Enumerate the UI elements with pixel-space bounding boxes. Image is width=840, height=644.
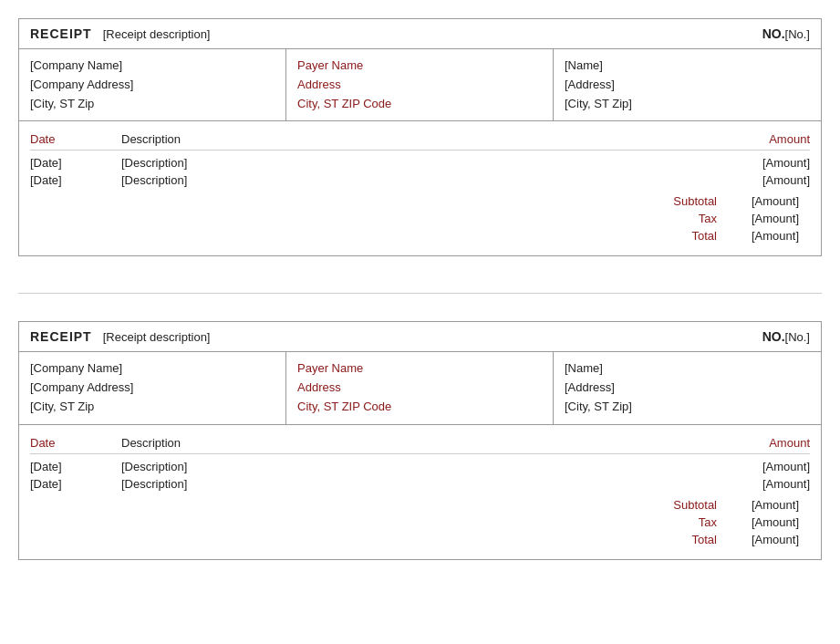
page-wrapper: RECEIPT [Receipt description] NO. [No.] …	[18, 18, 822, 560]
total-value-2: [Amount]	[735, 533, 799, 546]
company-address-1: [Company Address]	[30, 76, 275, 95]
receipt-block-2: RECEIPT [Receipt description] NO. [No.] …	[18, 321, 822, 559]
total-label-2: Total	[662, 533, 717, 546]
company-city-1: [City, ST Zip	[30, 95, 275, 114]
subtotal-value-2: [Amount]	[735, 498, 799, 512]
payer-name-label-1: Payer Name	[297, 57, 542, 76]
item-desc-1-1: [Description]	[121, 173, 762, 187]
receipt-header-1: RECEIPT [Receipt description] NO. [No.]	[19, 19, 821, 49]
item-date-2-1: [Date]	[30, 477, 121, 491]
totals-section-1: Subtotal [Amount] Tax [Amount] Total [Am…	[30, 189, 810, 248]
total-value-1: [Amount]	[735, 229, 799, 243]
payer-labels-2: Payer Name Address City, ST ZIP Code	[286, 352, 554, 423]
item-row-1-1: [Date] [Description] [Amount]	[30, 171, 810, 189]
payer-city-value-2: [City, ST Zip]	[565, 398, 810, 417]
subtotal-label-1: Subtotal	[662, 194, 717, 208]
payer-city-label-1: City, ST ZIP Code	[297, 95, 542, 114]
company-name-2: [Company Name]	[30, 359, 275, 379]
item-date-2-0: [Date]	[30, 460, 121, 473]
company-info-2: [Company Name] [Company Address] [City, …	[19, 352, 286, 423]
amount-col-header-2: Amount	[769, 436, 810, 450]
item-desc-1-0: [Description]	[121, 156, 762, 170]
item-amount-2-1: [Amount]	[762, 477, 810, 491]
payer-name-label-2: Payer Name	[297, 359, 542, 379]
item-date-1-1: [Date]	[30, 173, 121, 187]
item-amount-2-0: [Amount]	[762, 460, 810, 473]
item-desc-2-0: [Description]	[121, 460, 762, 473]
tax-label-2: Tax	[662, 515, 717, 529]
payer-values-2: [Name] [Address] [City, ST Zip]	[554, 352, 821, 423]
date-col-header-2: Date	[30, 436, 121, 450]
items-header-1: Date Description Amount	[30, 129, 810, 151]
total-row-1: Total [Amount]	[41, 227, 799, 244]
tax-value-1: [Amount]	[735, 212, 799, 225]
payer-address-value-2: [Address]	[565, 379, 810, 398]
tax-label-1: Tax	[662, 212, 717, 225]
tax-value-2: [Amount]	[735, 515, 799, 529]
item-desc-2-1: [Description]	[121, 477, 762, 491]
company-address-2: [Company Address]	[30, 379, 275, 398]
payer-city-value-1: [City, ST Zip]	[565, 95, 810, 114]
payer-name-value-2: [Name]	[565, 359, 810, 379]
item-row-2-1: [Date] [Description] [Amount]	[30, 475, 810, 493]
desc-col-header-1: Description	[121, 132, 769, 146]
payer-values-1: [Name] [Address] [City, ST Zip]	[554, 49, 821, 120]
item-row-1-0: [Date] [Description] [Amount]	[30, 154, 810, 171]
payer-address-label-1: Address	[297, 76, 542, 95]
payer-name-value-1: [Name]	[565, 57, 810, 76]
info-row-2: [Company Name] [Company Address] [City, …	[19, 352, 821, 424]
tax-row-1: Tax [Amount]	[41, 210, 799, 227]
receipt-title-2: RECEIPT	[30, 329, 92, 344]
desc-col-header-2: Description	[121, 436, 769, 450]
receipt-no-value-2: [No.]	[785, 330, 810, 344]
company-city-2: [City, ST Zip	[30, 398, 275, 417]
receipt-header-2: RECEIPT [Receipt description] NO. [No.]	[19, 322, 821, 352]
receipt-description-2: [Receipt description]	[103, 330, 762, 344]
company-info-1: [Company Name] [Company Address] [City, …	[19, 49, 286, 120]
items-header-2: Date Description Amount	[30, 432, 810, 454]
amount-col-header-1: Amount	[769, 132, 810, 146]
receipt-description-1: [Receipt description]	[103, 27, 762, 41]
receipt-no-label-1: NO.	[762, 26, 785, 41]
subtotal-row-1: Subtotal [Amount]	[41, 192, 799, 210]
date-col-header-1: Date	[30, 132, 121, 146]
receipt-no-value-1: [No.]	[785, 27, 810, 41]
receipt-title-1: RECEIPT	[30, 26, 92, 41]
subtotal-row-2: Subtotal [Amount]	[41, 496, 799, 514]
tax-row-2: Tax [Amount]	[41, 514, 799, 531]
receipt-no-label-2: NO.	[762, 329, 785, 344]
items-section-1: Date Description Amount [Date] [Descript…	[19, 121, 821, 255]
receipt-block-1: RECEIPT [Receipt description] NO. [No.] …	[18, 18, 822, 256]
item-amount-1-1: [Amount]	[762, 173, 810, 187]
payer-address-label-2: Address	[297, 379, 542, 398]
receipt-divider	[18, 293, 822, 294]
payer-city-label-2: City, ST ZIP Code	[297, 398, 542, 417]
totals-section-2: Subtotal [Amount] Tax [Amount] Total [Am…	[30, 493, 810, 552]
item-amount-1-0: [Amount]	[762, 156, 810, 170]
subtotal-label-2: Subtotal	[662, 498, 717, 512]
item-row-2-0: [Date] [Description] [Amount]	[30, 458, 810, 475]
total-row-2: Total [Amount]	[41, 531, 799, 548]
info-row-1: [Company Name] [Company Address] [City, …	[19, 49, 821, 121]
payer-address-value-1: [Address]	[565, 76, 810, 95]
item-date-1-0: [Date]	[30, 156, 121, 170]
items-section-2: Date Description Amount [Date] [Descript…	[19, 425, 821, 559]
payer-labels-1: Payer Name Address City, ST ZIP Code	[286, 49, 554, 120]
total-label-1: Total	[662, 229, 717, 243]
subtotal-value-1: [Amount]	[735, 194, 799, 208]
company-name-1: [Company Name]	[30, 57, 275, 76]
